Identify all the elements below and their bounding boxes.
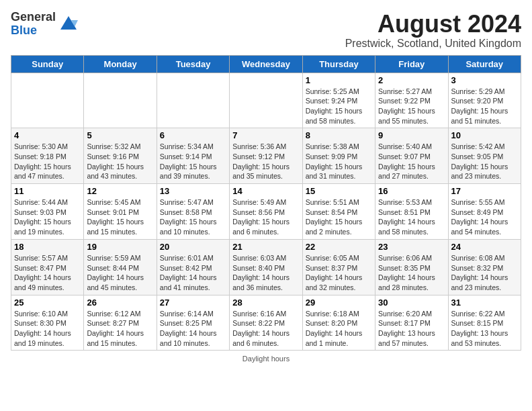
day-info: Sunrise: 5:44 AM Sunset: 9:03 PM Dayligh… — [14, 197, 81, 237]
calendar-week-4: 18Sunrise: 5:57 AM Sunset: 8:47 PM Dayli… — [11, 239, 521, 295]
day-info: Sunrise: 5:27 AM Sunset: 9:22 PM Dayligh… — [378, 87, 445, 126]
day-number: 5 — [87, 130, 153, 140]
day-info: Sunrise: 6:22 AM Sunset: 8:15 PM Dayligh… — [451, 309, 518, 349]
day-number: 25 — [14, 298, 81, 308]
day-number: 12 — [87, 186, 153, 196]
day-number: 20 — [160, 242, 226, 252]
day-number: 13 — [160, 186, 226, 196]
day-info: Sunrise: 5:36 AM Sunset: 9:12 PM Dayligh… — [232, 142, 299, 181]
calendar-cell: 26Sunrise: 6:12 AM Sunset: 8:27 PM Dayli… — [84, 295, 157, 351]
day-info: Sunrise: 6:18 AM Sunset: 8:20 PM Dayligh… — [306, 309, 372, 349]
day-info: Sunrise: 5:29 AM Sunset: 9:20 PM Dayligh… — [451, 87, 518, 126]
day-info: Sunrise: 5:59 AM Sunset: 8:44 PM Dayligh… — [87, 253, 153, 293]
calendar-cell: 4Sunrise: 5:30 AM Sunset: 9:18 PM Daylig… — [11, 128, 84, 184]
day-number: 23 — [378, 242, 445, 252]
day-number: 10 — [451, 130, 518, 140]
calendar-week-3: 11Sunrise: 5:44 AM Sunset: 9:03 PM Dayli… — [11, 184, 521, 240]
day-info: Sunrise: 5:25 AM Sunset: 9:24 PM Dayligh… — [306, 87, 372, 126]
calendar-cell: 12Sunrise: 5:45 AM Sunset: 9:01 PM Dayli… — [84, 184, 157, 240]
day-info: Sunrise: 5:57 AM Sunset: 8:47 PM Dayligh… — [14, 253, 81, 293]
day-info: Sunrise: 5:51 AM Sunset: 8:54 PM Dayligh… — [306, 197, 372, 237]
day-number: 3 — [451, 75, 518, 85]
day-info: Sunrise: 6:03 AM Sunset: 8:40 PM Dayligh… — [232, 253, 299, 293]
day-info: Sunrise: 5:45 AM Sunset: 9:01 PM Dayligh… — [87, 197, 153, 237]
calendar-cell: 18Sunrise: 5:57 AM Sunset: 8:47 PM Dayli… — [11, 239, 84, 295]
calendar-cell: 21Sunrise: 6:03 AM Sunset: 8:40 PM Dayli… — [230, 239, 302, 295]
calendar-cell: 2Sunrise: 5:27 AM Sunset: 9:22 PM Daylig… — [375, 73, 448, 128]
day-number: 6 — [160, 130, 226, 140]
calendar-cell: 20Sunrise: 6:01 AM Sunset: 8:42 PM Dayli… — [157, 239, 229, 295]
calendar-cell: 27Sunrise: 6:14 AM Sunset: 8:25 PM Dayli… — [157, 295, 229, 351]
calendar-cell: 9Sunrise: 5:40 AM Sunset: 9:07 PM Daylig… — [375, 128, 448, 184]
day-info: Sunrise: 6:14 AM Sunset: 8:25 PM Dayligh… — [160, 309, 226, 349]
calendar-cell: 25Sunrise: 6:10 AM Sunset: 8:30 PM Dayli… — [11, 295, 84, 351]
calendar-cell: 19Sunrise: 5:59 AM Sunset: 8:44 PM Dayli… — [84, 239, 157, 295]
day-info: Sunrise: 6:05 AM Sunset: 8:37 PM Dayligh… — [306, 253, 372, 293]
day-info: Sunrise: 5:30 AM Sunset: 9:18 PM Dayligh… — [14, 142, 81, 181]
calendar-cell — [11, 73, 84, 128]
logo: General Blue — [11, 11, 79, 38]
day-number: 29 — [306, 298, 372, 308]
day-info: Sunrise: 6:12 AM Sunset: 8:27 PM Dayligh… — [87, 309, 153, 349]
day-number: 26 — [87, 298, 153, 308]
day-info: Sunrise: 5:42 AM Sunset: 9:05 PM Dayligh… — [451, 142, 518, 181]
day-number: 21 — [232, 242, 299, 252]
calendar-cell: 10Sunrise: 5:42 AM Sunset: 9:05 PM Dayli… — [448, 128, 521, 184]
day-number: 7 — [232, 130, 299, 140]
calendar-cell: 29Sunrise: 6:18 AM Sunset: 8:20 PM Dayli… — [302, 295, 375, 351]
calendar-cell: 16Sunrise: 5:53 AM Sunset: 8:51 PM Dayli… — [375, 184, 448, 240]
day-info: Sunrise: 6:16 AM Sunset: 8:22 PM Dayligh… — [232, 309, 299, 349]
day-info: Sunrise: 5:49 AM Sunset: 8:56 PM Dayligh… — [232, 197, 299, 237]
calendar-header: SundayMondayTuesdayWednesdayThursdayFrid… — [11, 55, 521, 73]
day-number: 14 — [232, 186, 299, 196]
day-info: Sunrise: 6:10 AM Sunset: 8:30 PM Dayligh… — [14, 309, 81, 349]
calendar-cell: 23Sunrise: 6:06 AM Sunset: 8:35 PM Dayli… — [375, 239, 448, 295]
calendar-cell: 24Sunrise: 6:08 AM Sunset: 8:32 PM Dayli… — [448, 239, 521, 295]
page-header: General Blue August 2024 Prestwick, Scot… — [11, 11, 521, 50]
day-number: 27 — [160, 298, 226, 308]
calendar-cell: 11Sunrise: 5:44 AM Sunset: 9:03 PM Dayli… — [11, 184, 84, 240]
header-day-sunday: Sunday — [11, 55, 84, 73]
day-number: 9 — [378, 130, 445, 140]
day-info: Sunrise: 5:38 AM Sunset: 9:09 PM Dayligh… — [306, 142, 372, 181]
calendar-cell: 17Sunrise: 5:55 AM Sunset: 8:49 PM Dayli… — [448, 184, 521, 240]
header-day-wednesday: Wednesday — [230, 55, 302, 73]
day-info: Sunrise: 5:53 AM Sunset: 8:51 PM Dayligh… — [378, 197, 445, 237]
day-info: Sunrise: 5:32 AM Sunset: 9:16 PM Dayligh… — [87, 142, 153, 181]
title-block: August 2024 Prestwick, Scotland, United … — [345, 11, 521, 50]
header-day-friday: Friday — [375, 55, 448, 73]
calendar-cell: 3Sunrise: 5:29 AM Sunset: 9:20 PM Daylig… — [448, 73, 521, 128]
footer-note: Daylight hours — [11, 355, 521, 363]
calendar-cell: 15Sunrise: 5:51 AM Sunset: 8:54 PM Dayli… — [302, 184, 375, 240]
day-info: Sunrise: 5:34 AM Sunset: 9:14 PM Dayligh… — [160, 142, 226, 181]
calendar-cell: 30Sunrise: 6:20 AM Sunset: 8:17 PM Dayli… — [375, 295, 448, 351]
header-day-saturday: Saturday — [448, 55, 521, 73]
calendar-week-1: 1Sunrise: 5:25 AM Sunset: 9:24 PM Daylig… — [11, 73, 521, 128]
day-info: Sunrise: 5:40 AM Sunset: 9:07 PM Dayligh… — [378, 142, 445, 181]
calendar-cell — [157, 73, 229, 128]
logo-general-text: General — [11, 10, 56, 24]
day-number: 8 — [306, 130, 372, 140]
logo-icon — [58, 13, 79, 35]
calendar-cell — [230, 73, 302, 128]
day-number: 19 — [87, 242, 153, 252]
location-subtitle: Prestwick, Scotland, United Kingdom — [345, 38, 521, 50]
logo-blue-text: Blue — [11, 24, 37, 37]
day-number: 4 — [14, 130, 81, 140]
day-number: 16 — [378, 186, 445, 196]
day-info: Sunrise: 5:55 AM Sunset: 8:49 PM Dayligh… — [451, 197, 518, 237]
calendar-cell: 7Sunrise: 5:36 AM Sunset: 9:12 PM Daylig… — [230, 128, 302, 184]
calendar-week-5: 25Sunrise: 6:10 AM Sunset: 8:30 PM Dayli… — [11, 295, 521, 351]
calendar-cell — [84, 73, 157, 128]
day-number: 2 — [378, 75, 445, 85]
calendar-cell: 31Sunrise: 6:22 AM Sunset: 8:15 PM Dayli… — [448, 295, 521, 351]
day-number: 18 — [14, 242, 81, 252]
day-number: 1 — [306, 75, 372, 85]
calendar-week-2: 4Sunrise: 5:30 AM Sunset: 9:18 PM Daylig… — [11, 128, 521, 184]
calendar-cell: 5Sunrise: 5:32 AM Sunset: 9:16 PM Daylig… — [84, 128, 157, 184]
day-info: Sunrise: 6:08 AM Sunset: 8:32 PM Dayligh… — [451, 253, 518, 293]
month-year-title: August 2024 — [345, 11, 521, 38]
calendar-cell: 8Sunrise: 5:38 AM Sunset: 9:09 PM Daylig… — [302, 128, 375, 184]
header-day-thursday: Thursday — [302, 55, 375, 73]
header-day-monday: Monday — [84, 55, 157, 73]
